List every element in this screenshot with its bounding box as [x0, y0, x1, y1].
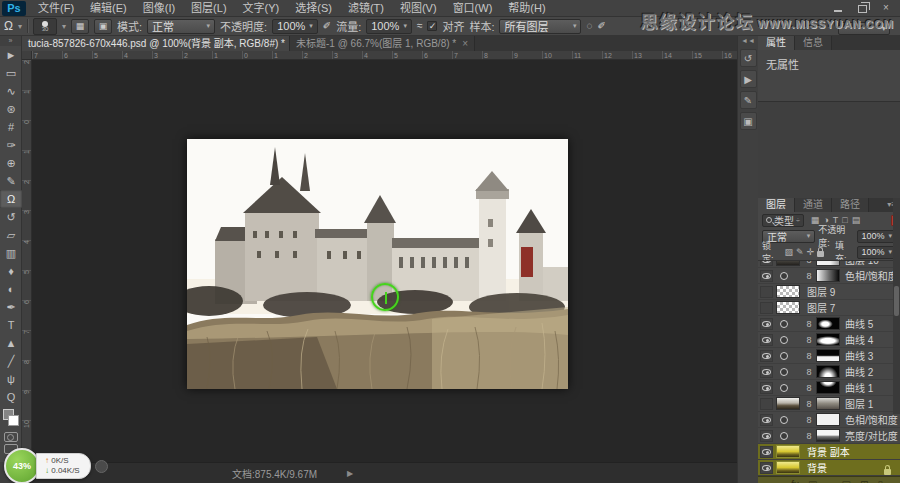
dodge-tool[interactable]: ◐ — [0, 280, 22, 298]
healing-brush-tool[interactable]: ⊕ — [0, 154, 22, 172]
zoom-tool[interactable]: Q — [0, 388, 22, 406]
menu-item[interactable]: 帮助(H) — [500, 0, 553, 16]
menu-item[interactable]: 文字(Y) — [235, 0, 288, 16]
gradient-tool[interactable]: ▥ — [0, 244, 22, 262]
marquee-tool[interactable]: ▭ — [0, 64, 22, 82]
net-speed-circle[interactable]: 43% — [4, 448, 40, 483]
panel-tab[interactable]: 通道 — [795, 198, 832, 212]
canvas-viewport[interactable] — [32, 60, 737, 462]
blur-tool[interactable]: ♦ — [0, 262, 22, 280]
toolbar-collapse-icon[interactable]: » — [0, 36, 21, 46]
tab-close-icon[interactable]: × — [462, 36, 468, 51]
visibility-toggle[interactable] — [760, 398, 773, 410]
hand-tool[interactable]: ψ — [0, 370, 22, 388]
visibility-toggle[interactable] — [760, 430, 773, 442]
document-tab[interactable]: 未标题-1 @ 66.7%(图层 1, RGB/8) * × — [290, 36, 475, 51]
menu-item[interactable]: 图像(I) — [135, 0, 183, 16]
layer-row[interactable]: 8 图层 1 — [758, 396, 900, 412]
eyedropper-tool[interactable]: ✑ — [0, 136, 22, 154]
layers-scrollbar[interactable] — [893, 198, 900, 414]
brush-presets-panel-icon[interactable]: ✎ — [740, 91, 757, 109]
pressure-opacity-icon[interactable]: ✐ — [323, 19, 331, 33]
pen-tool[interactable]: ✒ — [0, 298, 22, 316]
type-tool[interactable]: T — [0, 316, 22, 334]
toggle-clone-source-button[interactable]: ▣ — [94, 19, 112, 34]
panel-tab[interactable]: 图层 — [758, 198, 795, 212]
color-swatches[interactable] — [0, 408, 22, 430]
sample-select[interactable]: 所有图层▾ — [499, 19, 581, 34]
restore-button[interactable] — [854, 3, 870, 14]
add-layer-mask-icon[interactable]: ▣ — [808, 477, 817, 483]
crop-tool[interactable]: # — [0, 118, 22, 136]
layer-row[interactable]: 图层 7 — [758, 300, 900, 316]
panels-collapse-icon[interactable]: ◄◄ — [738, 36, 758, 46]
layer-row[interactable]: 8 曲线 4 — [758, 332, 900, 348]
visibility-toggle[interactable] — [760, 414, 773, 426]
flow-value-box[interactable]: 100%▾ — [366, 19, 412, 34]
layer-row[interactable]: 图层 9 — [758, 284, 900, 300]
layer-row[interactable]: 8 曲线 2 — [758, 364, 900, 380]
brush-preset-picker[interactable]: 30 — [33, 18, 57, 35]
scrollbar-thumb[interactable] — [894, 286, 899, 316]
panel-tab[interactable]: 信息 — [795, 36, 832, 50]
status-expand-icon[interactable]: ▶ — [347, 469, 353, 478]
lasso-tool[interactable]: ∿ — [0, 82, 22, 100]
eraser-tool[interactable]: ▱ — [0, 226, 22, 244]
blend-mode-select[interactable]: 正常▾ — [147, 19, 215, 34]
quick-selection-tool[interactable]: ⊛ — [0, 100, 22, 118]
lock-position-icon[interactable]: ✛ — [807, 247, 815, 257]
layer-style-icon[interactable]: fx — [791, 477, 799, 483]
workspace-dropdown[interactable]: ▾ — [838, 22, 890, 35]
layer-row[interactable]: 8 亮度/对比度 1 — [758, 428, 900, 444]
menu-item[interactable]: 滤镜(T) — [340, 0, 392, 16]
menu-item[interactable]: 窗口(W) — [445, 0, 501, 16]
panel-tab[interactable]: 属性 — [758, 36, 795, 50]
fill-value[interactable]: 100%▾ — [857, 246, 896, 259]
visibility-toggle[interactable] — [760, 382, 773, 394]
menu-item[interactable]: 图层(L) — [183, 0, 234, 16]
visibility-toggle[interactable] — [760, 270, 773, 282]
history-brush-tool[interactable]: ↺ — [0, 208, 22, 226]
quick-mask-button[interactable] — [4, 432, 18, 442]
actions-panel-icon[interactable]: ▶ — [740, 70, 757, 88]
visibility-toggle[interactable] — [760, 286, 773, 298]
pressure-size-icon[interactable]: ✐ — [597, 19, 605, 33]
airbrush-icon[interactable]: ≈ — [417, 19, 423, 33]
shape-tool[interactable]: ╱ — [0, 352, 22, 370]
visibility-toggle[interactable] — [760, 462, 773, 474]
minimize-button[interactable] — [830, 3, 846, 14]
menu-item[interactable]: 文件(F) — [30, 0, 82, 16]
layer-row[interactable]: 8 图层 10 — [758, 260, 900, 268]
clone-source-panel-icon[interactable]: ▣ — [740, 112, 757, 130]
new-group-icon[interactable]: ▤ — [842, 477, 851, 483]
layer-row[interactable]: 8 曲线 1 — [758, 380, 900, 396]
lock-pixels-icon[interactable]: ✎ — [796, 247, 804, 257]
menu-item[interactable]: 视图(V) — [392, 0, 445, 16]
visibility-toggle[interactable] — [760, 302, 773, 314]
new-layer-icon[interactable]: ⊞ — [860, 477, 868, 483]
ignore-adjustment-layers-icon[interactable]: ◌ — [586, 19, 592, 33]
document-tab[interactable]: tucia-857826-670x446.psd @ 100%(背景 副本, R… — [22, 36, 290, 51]
layer-row[interactable]: 8 色相/饱和度 2 — [758, 268, 900, 284]
background-color-swatch[interactable] — [8, 415, 19, 426]
align-checkbox[interactable]: ✓ — [427, 21, 437, 31]
toggle-brush-panel-button[interactable]: ▦ — [71, 19, 89, 34]
new-adjustment-layer-icon[interactable]: ◑ — [826, 477, 832, 483]
brush-picker-caret-icon[interactable]: ▾ — [62, 22, 66, 31]
tool-preset-caret-icon[interactable]: ▾ — [18, 22, 22, 31]
path-selection-tool[interactable]: ▲ — [0, 334, 22, 352]
visibility-toggle[interactable] — [760, 366, 773, 378]
visibility-toggle[interactable] — [760, 350, 773, 362]
layer-row[interactable]: 8 色相/饱和度 1 — [758, 412, 900, 428]
link-layers-icon[interactable]: ∞ — [775, 477, 782, 483]
lock-transparency-icon[interactable]: ▨ — [785, 247, 794, 257]
layer-row[interactable]: 8 曲线 3 — [758, 348, 900, 364]
menu-item[interactable]: 选择(S) — [287, 0, 340, 16]
layer-row[interactable]: 背景 副本 — [758, 444, 900, 460]
move-tool[interactable]: ► — [0, 46, 22, 64]
net-speed-widget[interactable]: 43% ↑ 0K/S ↓ 0.04K/S — [4, 448, 108, 483]
visibility-toggle[interactable] — [760, 260, 773, 266]
visibility-toggle[interactable] — [760, 334, 773, 346]
layer-row[interactable]: 背景 — [758, 460, 900, 476]
menu-item[interactable]: 编辑(E) — [82, 0, 135, 16]
